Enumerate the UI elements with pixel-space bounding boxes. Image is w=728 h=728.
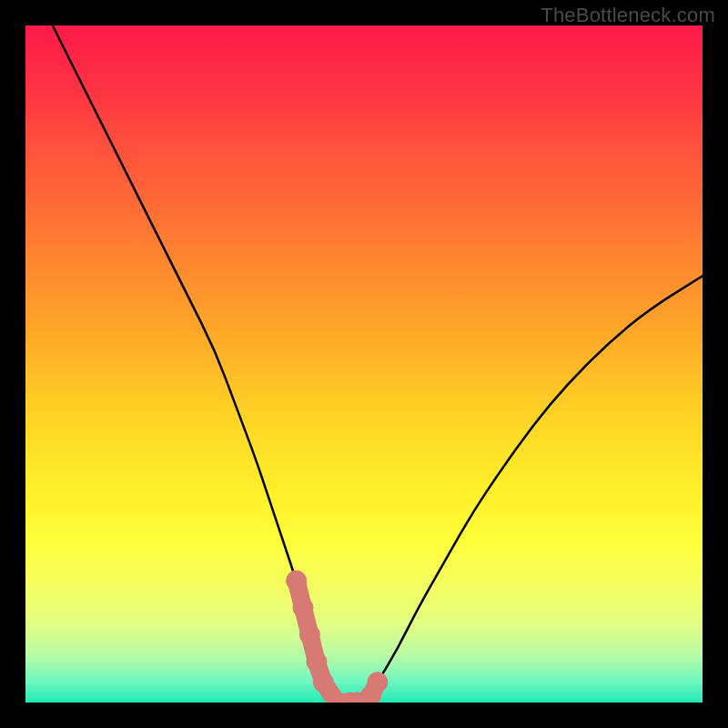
- watermark-text: TheBottleneck.com: [541, 4, 715, 27]
- marker-dot: [307, 652, 327, 672]
- marker-dot: [287, 571, 307, 591]
- chart-plot-area: [25, 25, 703, 703]
- marker-dot: [293, 598, 313, 618]
- marker-dot: [313, 672, 333, 693]
- marker-dot: [368, 672, 388, 693]
- marker-dots-group: [287, 571, 388, 703]
- bottleneck-curve-path: [53, 25, 703, 703]
- marker-dot: [299, 625, 319, 645]
- bottleneck-curve-svg: [25, 25, 703, 703]
